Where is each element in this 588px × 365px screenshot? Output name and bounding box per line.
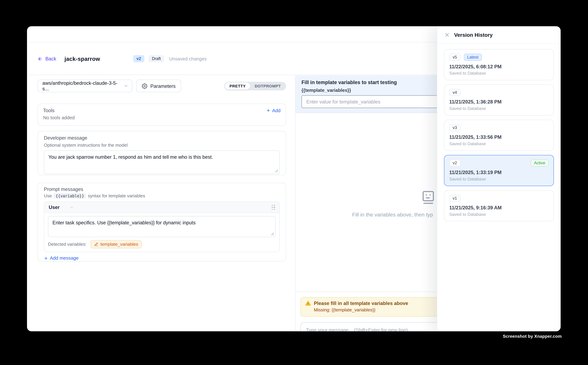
editor-toolbar: aws/anthropic/bedrock-claude-3-5-s... Pa… [38,80,286,92]
resize-handle-icon[interactable] [271,232,274,236]
role-select[interactable]: User [49,204,60,210]
version-status: Saved to Database [449,177,549,181]
back-label: Back [45,56,56,62]
model-select[interactable]: aws/anthropic/bedrock-claude-3-5-s... [38,80,132,92]
version-timestamp: 11/21/2025, 1:33:56 PM [449,134,549,140]
message-role-header: User [44,202,279,213]
toggle-dotprompt[interactable]: DOTPROMPT [250,82,285,90]
prompt-message-input[interactable]: Enter task specifics. Use {{template_var… [48,217,275,237]
detected-variable-name: template_variables [100,242,138,247]
developer-message-card: Developer message Optional system instru… [38,131,286,175]
version-status: Saved to Database [449,212,549,217]
watermark: Screenshot by Xnapper.com [503,334,562,338]
chevron-down-icon[interactable] [69,205,74,210]
developer-message-title: Developer message [44,135,280,141]
app-window: Back jack-sparrow v2 Draft Unsaved chang… [27,26,560,331]
add-tool-label: Add [272,108,281,113]
detected-variables-label: Detected variables: [48,242,86,247]
unsaved-changes-text: Unsaved changes [169,56,207,61]
variable-syntax-chip: {{variable}} [54,193,86,198]
model-select-value: aws/anthropic/bedrock-claude-3-5-s... [42,80,124,91]
version-number-badge: v3 [449,124,460,131]
warning-title: Please fill in all template variables ab… [314,301,408,306]
page-title: jack-sparrow [64,56,100,62]
parameters-button[interactable]: Parameters [136,80,181,92]
prompt-messages-card: Prompt messages Use {{variable}} syntax … [38,183,286,261]
version-card-v1[interactable]: v1 11/21/2025, 9:16:39 AM Saved to Datab… [444,190,554,221]
version-timestamp: 11/21/2025, 9:16:39 AM [449,205,549,211]
tools-title: Tools [43,108,55,113]
syntax-suffix: syntax for template variables [88,193,145,198]
version-number-badge: v5 [449,54,460,61]
version-card-v4[interactable]: v4 11/21/2025, 1:36:28 PM Saved to Datab… [444,84,554,116]
chevron-down-icon [124,84,128,88]
add-message-label: Add message [50,255,78,261]
detected-variable-chip[interactable]: template_variables [90,240,142,248]
version-timestamp: 11/21/2025, 1:33:19 PM [449,169,549,175]
prompt-messages-title: Prompt messages [44,187,280,192]
prompt-message-block: User Enter task specifics. Use {{templat… [44,202,280,252]
version-card-v2[interactable]: v2 Active 11/21/2025, 1:33:19 PM Saved t… [444,155,554,186]
pencil-icon [94,242,98,246]
tools-card: Tools Add No tools added [38,104,286,126]
version-card-v3[interactable]: v3 11/21/2025, 1:33:56 PM Saved to Datab… [444,120,554,151]
add-tool-button[interactable]: Add [266,108,281,113]
resize-handle-icon[interactable] [275,169,278,173]
version-badge: v2 [133,55,145,62]
tools-empty-text: No tools added [43,115,281,120]
version-number-badge: v1 [449,195,460,202]
detected-variables-row: Detected variables: template_variables [44,237,279,252]
version-timestamp: 11/21/2025, 1:36:28 PM [449,99,549,105]
syntax-prefix: Use [44,193,52,198]
syntax-hint: Use {{variable}} syntax for template var… [44,193,280,198]
version-status: Saved to Database [449,106,549,111]
empty-state-text: Fill in the variables above, then typ [352,212,433,218]
back-button[interactable]: Back [38,56,56,62]
gear-icon [142,83,147,89]
drag-handle-icon[interactable] [272,205,275,210]
close-icon[interactable] [444,32,450,38]
version-history-header: Version History [437,26,560,44]
version-history-panel: Version History v5 Latest 11/22/2025, 6:… [437,26,560,331]
arrow-left-icon [38,56,43,61]
version-timestamp: 11/22/2025, 6:08:12 PM [449,64,549,69]
version-status: Saved to Database [449,141,549,146]
warning-icon [305,301,311,306]
active-badge: Active [531,160,549,167]
plus-icon [266,108,270,112]
editor-column: aws/anthropic/bedrock-claude-3-5-s... Pa… [27,75,296,331]
version-history-list: v5 Latest 11/22/2025, 6:08:12 PM Saved t… [437,44,560,231]
screenshot-canvas: Back jack-sparrow v2 Draft Unsaved chang… [0,0,588,365]
developer-message-subtitle: Optional system instructions for the mod… [44,142,280,148]
version-card-v5[interactable]: v5 Latest 11/22/2025, 6:08:12 PM Saved t… [444,49,554,80]
version-history-title: Version History [454,32,493,38]
version-number-badge: v2 [449,160,460,167]
developer-message-input[interactable]: You are jack sparrow number 1, respond a… [44,151,279,174]
parameters-label: Parameters [150,83,176,89]
view-mode-toggle: PRETTY DOTPROMPT [224,82,286,90]
bot-icon [421,189,436,205]
latest-badge: Latest [464,54,482,61]
plus-icon [44,256,48,260]
add-message-button[interactable]: Add message [44,255,280,261]
version-status: Saved to Database [449,71,549,75]
toggle-pretty[interactable]: PRETTY [225,82,250,90]
draft-badge: Draft [149,55,164,62]
version-number-badge: v4 [449,89,460,96]
